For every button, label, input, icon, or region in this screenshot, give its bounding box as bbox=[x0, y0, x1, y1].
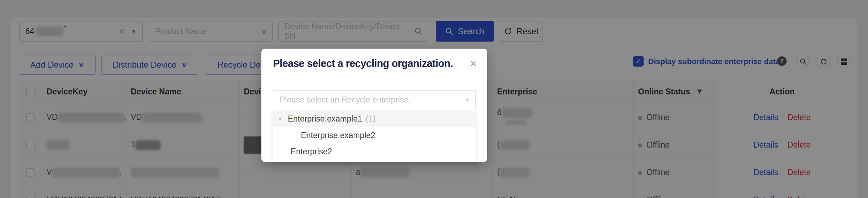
caret-down-icon: ▾ bbox=[466, 96, 469, 104]
tree-option-enterprise2[interactable]: Enterprise2 bbox=[273, 143, 476, 160]
tree-expand-icon[interactable]: ▾ bbox=[279, 116, 281, 122]
close-icon[interactable]: × bbox=[470, 58, 477, 69]
recycle-enterprise-placeholder: Please select an Recycle enterprise. bbox=[280, 95, 411, 105]
recycle-enterprise-select[interactable]: Please select an Recycle enterprise. ▾ bbox=[273, 90, 476, 109]
recycle-organization-modal: Please select a recycling organization. … bbox=[261, 49, 487, 162]
tree-option-count: (1) bbox=[366, 114, 376, 124]
enterprise-tree-dropdown: ▾ Enterprise.example1 (1) Enterprise.exa… bbox=[273, 111, 476, 162]
tree-option-enterprise-example2[interactable]: Enterprise.example2 bbox=[273, 127, 476, 143]
tree-option-enterprise-example1[interactable]: ▾ Enterprise.example1 (1) bbox=[273, 111, 476, 127]
modal-title: Please select a recycling organization. bbox=[273, 58, 453, 69]
tree-option-label: Enterprise.example1 bbox=[288, 114, 362, 124]
tree-option-label: Enterprise.example2 bbox=[301, 131, 375, 140]
tree-option-label: Enterprise2 bbox=[291, 147, 332, 156]
